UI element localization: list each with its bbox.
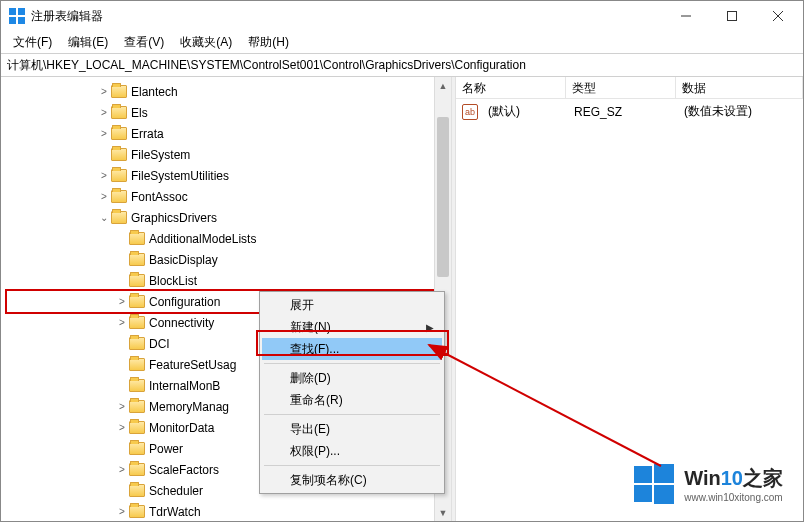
values-header: 名称 类型 数据	[456, 77, 803, 99]
tree-node-blocklist[interactable]: BlockList	[5, 270, 451, 291]
value-row[interactable]: ab (默认) REG_SZ (数值未设置)	[456, 99, 803, 124]
context-menu-item[interactable]: 展开	[262, 294, 442, 316]
svg-rect-6	[634, 466, 652, 483]
tree-node-label: FeatureSetUsag	[149, 358, 236, 372]
minimize-button[interactable]	[663, 1, 709, 31]
folder-icon	[129, 463, 145, 476]
string-value-icon: ab	[462, 104, 478, 120]
folder-icon	[129, 253, 145, 266]
values-panel: 名称 类型 数据 ab (默认) REG_SZ (数值未设置)	[456, 77, 803, 521]
col-header-data[interactable]: 数据	[676, 77, 803, 98]
chevron-right-icon[interactable]: >	[115, 400, 129, 414]
chevron-right-icon[interactable]: >	[97, 190, 111, 204]
folder-icon	[111, 106, 127, 119]
svg-rect-8	[634, 485, 652, 502]
chevron-right-icon[interactable]: >	[115, 295, 129, 309]
tree-node-errata[interactable]: >Errata	[5, 123, 451, 144]
window-controls	[663, 1, 801, 31]
tree-node-label: BlockList	[149, 274, 197, 288]
watermark-brand-suffix: 之家	[743, 467, 783, 489]
tree-node-label: GraphicsDrivers	[131, 211, 217, 225]
context-menu-separator	[264, 465, 440, 466]
tree-node-label: FileSystem	[131, 148, 190, 162]
context-menu-item-label: 重命名(R)	[290, 392, 343, 409]
context-menu-item[interactable]: 导出(E)	[262, 418, 442, 440]
context-menu-item-label: 权限(P)...	[290, 443, 340, 460]
context-menu-item[interactable]: 删除(D)	[262, 367, 442, 389]
chevron-right-icon[interactable]: >	[115, 463, 129, 477]
tree-node-filesystem[interactable]: FileSystem	[5, 144, 451, 165]
col-header-type[interactable]: 类型	[566, 77, 676, 98]
tree-node-tdrwatch[interactable]: >TdrWatch	[5, 501, 451, 521]
chevron-right-icon[interactable]: >	[97, 85, 111, 99]
tree-node-filesystemutilities[interactable]: >FileSystemUtilities	[5, 165, 451, 186]
scroll-up-button[interactable]: ▲	[435, 77, 451, 94]
chevron-right-icon[interactable]: >	[115, 421, 129, 435]
tree-node-label: FontAssoc	[131, 190, 188, 204]
chevron-none	[115, 337, 129, 351]
menu-file[interactable]: 文件(F)	[5, 32, 60, 53]
tree-node-label: BasicDisplay	[149, 253, 218, 267]
folder-icon	[129, 442, 145, 455]
value-type: REG_SZ	[568, 103, 678, 121]
tree-node-label: FileSystemUtilities	[131, 169, 229, 183]
context-menu-item-label: 查找(F)...	[290, 341, 339, 358]
scroll-down-button[interactable]: ▼	[435, 504, 451, 521]
context-menu-item-label: 导出(E)	[290, 421, 330, 438]
chevron-right-icon[interactable]: >	[97, 106, 111, 120]
folder-icon	[129, 295, 145, 308]
context-menu-item[interactable]: 重命名(R)	[262, 389, 442, 411]
tree-node-label: DCI	[149, 337, 170, 351]
watermark: Win10之家 www.win10xitong.com	[632, 462, 783, 506]
windows-logo-icon	[632, 462, 676, 506]
window-title: 注册表编辑器	[31, 8, 663, 25]
chevron-right-icon[interactable]: >	[115, 505, 129, 519]
chevron-right-icon[interactable]: >	[97, 169, 111, 183]
col-header-name[interactable]: 名称	[456, 77, 566, 98]
tree-node-label: Els	[131, 106, 148, 120]
menu-help[interactable]: 帮助(H)	[240, 32, 297, 53]
chevron-none	[115, 379, 129, 393]
tree-node-additionalmodelists[interactable]: AdditionalModeLists	[5, 228, 451, 249]
folder-icon	[111, 127, 127, 140]
tree-node-label: MemoryManag	[149, 400, 229, 414]
tree-node-elantech[interactable]: >Elantech	[5, 81, 451, 102]
folder-icon	[129, 232, 145, 245]
tree-node-label: TdrWatch	[149, 505, 201, 519]
chevron-down-icon[interactable]: ⌄	[97, 211, 111, 225]
context-menu-item[interactable]: 新建(N)▶	[262, 316, 442, 338]
chevron-right-icon[interactable]: >	[97, 127, 111, 141]
maximize-icon	[727, 11, 737, 21]
context-menu-item[interactable]: 复制项名称(C)	[262, 469, 442, 491]
svg-rect-1	[728, 12, 737, 21]
context-menu-item[interactable]: 权限(P)...	[262, 440, 442, 462]
folder-icon	[111, 169, 127, 182]
tree-node-els[interactable]: >Els	[5, 102, 451, 123]
tree-node-graphicsdrivers[interactable]: ⌄GraphicsDrivers	[5, 207, 451, 228]
tree-node-fontassoc[interactable]: >FontAssoc	[5, 186, 451, 207]
svg-rect-7	[654, 464, 674, 483]
tree-node-basicdisplay[interactable]: BasicDisplay	[5, 249, 451, 270]
chevron-right-icon[interactable]: >	[115, 316, 129, 330]
close-button[interactable]	[755, 1, 801, 31]
menu-view[interactable]: 查看(V)	[116, 32, 172, 53]
tree-node-label: AdditionalModeLists	[149, 232, 256, 246]
scroll-thumb[interactable]	[437, 117, 449, 277]
maximize-button[interactable]	[709, 1, 755, 31]
address-bar[interactable]: 计算机\HKEY_LOCAL_MACHINE\SYSTEM\ControlSet…	[1, 53, 803, 77]
menu-bar: 文件(F) 编辑(E) 查看(V) 收藏夹(A) 帮助(H)	[1, 31, 803, 53]
tree-node-label: Configuration	[149, 295, 220, 309]
submenu-arrow-icon: ▶	[426, 322, 434, 333]
context-menu-item-label: 复制项名称(C)	[290, 472, 367, 489]
chevron-none	[115, 274, 129, 288]
watermark-brand-prefix: Win	[684, 467, 720, 489]
tree-node-label: Power	[149, 442, 183, 456]
menu-edit[interactable]: 编辑(E)	[60, 32, 116, 53]
context-menu[interactable]: 展开新建(N)▶查找(F)...删除(D)重命名(R)导出(E)权限(P)...…	[259, 291, 445, 494]
menu-favorites[interactable]: 收藏夹(A)	[172, 32, 240, 53]
app-icon	[9, 8, 25, 24]
folder-icon	[111, 85, 127, 98]
context-menu-item[interactable]: 查找(F)...	[262, 338, 442, 360]
watermark-url: www.win10xitong.com	[684, 492, 783, 503]
watermark-brand-blue: 10	[721, 467, 743, 489]
